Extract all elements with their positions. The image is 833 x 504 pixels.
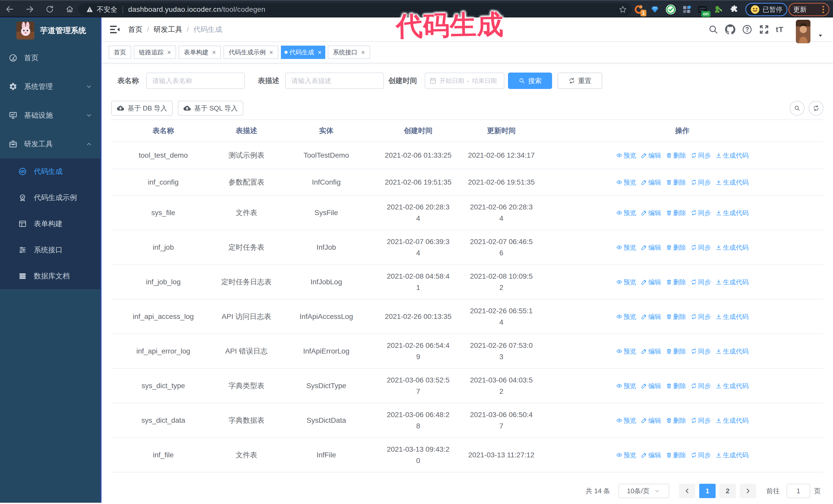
op-generate-link[interactable]: 生成代码 xyxy=(716,207,749,218)
op-preview-link[interactable]: 预览 xyxy=(616,415,636,426)
extension-dark-icon[interactable]: on xyxy=(697,4,708,15)
sidebar-item-system[interactable]: 系统管理 xyxy=(0,72,101,101)
security-chip[interactable]: 不安全 xyxy=(83,5,117,14)
op-delete-link[interactable]: 删除 xyxy=(666,415,686,426)
op-delete-link[interactable]: 删除 xyxy=(666,207,686,218)
fullscreen-button[interactable] xyxy=(759,24,769,34)
op-sync-link[interactable]: 同步 xyxy=(691,150,711,161)
tab-form-builder[interactable]: 表单构建 × xyxy=(178,46,221,59)
sidebar-item-home[interactable]: 首页 xyxy=(0,44,101,72)
tab-close-icon[interactable]: × xyxy=(167,49,171,56)
hamburger-icon[interactable] xyxy=(109,24,120,35)
date-range-input[interactable]: 开始日期 - 结束日期 xyxy=(425,73,504,89)
op-edit-link[interactable]: 编辑 xyxy=(641,242,661,253)
op-preview-link[interactable]: 预览 xyxy=(616,150,636,161)
docs-help-button[interactable] xyxy=(742,24,752,34)
op-generate-link[interactable]: 生成代码 xyxy=(716,345,749,357)
toggle-search-button[interactable] xyxy=(790,101,805,116)
sidebar-subitem-codegen-example[interactable]: 代码生成示例 xyxy=(0,185,101,211)
op-preview-link[interactable]: 预览 xyxy=(616,311,636,322)
import-db-button[interactable]: 基于 DB 导入 xyxy=(111,101,173,116)
op-delete-link[interactable]: 删除 xyxy=(666,177,686,188)
op-generate-link[interactable]: 生成代码 xyxy=(716,415,749,426)
header-search-button[interactable] xyxy=(708,24,718,34)
tab-close-icon[interactable]: × xyxy=(212,49,216,56)
bookmark-star-icon[interactable] xyxy=(618,5,627,14)
op-edit-link[interactable]: 编辑 xyxy=(641,311,661,322)
op-sync-link[interactable]: 同步 xyxy=(691,449,711,461)
op-generate-link[interactable]: 生成代码 xyxy=(716,380,749,391)
url-bar[interactable]: 不安全 dashboard.yudao.iocoder.cn/tool/code… xyxy=(78,3,632,16)
op-delete-link[interactable]: 删除 xyxy=(666,311,686,322)
url-text[interactable]: dashboard.yudao.iocoder.cn/tool/codegen xyxy=(128,5,265,14)
op-sync-link[interactable]: 同步 xyxy=(691,345,711,357)
page-2-button[interactable]: 2 xyxy=(719,484,736,498)
op-generate-link[interactable]: 生成代码 xyxy=(716,311,749,322)
import-sql-button[interactable]: 基于 SQL 导入 xyxy=(178,101,243,116)
op-sync-link[interactable]: 同步 xyxy=(691,242,711,253)
op-preview-link[interactable]: 预览 xyxy=(616,207,636,218)
profile-paused-chip[interactable]: 已暂停 xyxy=(745,3,787,16)
goto-page-input[interactable]: 1 xyxy=(787,484,810,498)
breadcrumb-home[interactable]: 首页 xyxy=(128,25,143,34)
op-preview-link[interactable]: 预览 xyxy=(616,177,636,188)
op-preview-link[interactable]: 预览 xyxy=(616,449,636,461)
page-size-select[interactable]: 10条/页 xyxy=(618,484,669,498)
op-edit-link[interactable]: 编辑 xyxy=(641,380,661,391)
github-button[interactable] xyxy=(725,24,735,34)
op-preview-link[interactable]: 预览 xyxy=(616,277,636,288)
browser-reload-button[interactable] xyxy=(43,2,57,16)
op-delete-link[interactable]: 删除 xyxy=(666,449,686,461)
extension-check-icon[interactable] xyxy=(665,4,676,15)
sidebar-item-infra[interactable]: 基础设施 xyxy=(0,101,101,130)
search-button[interactable]: 搜索 xyxy=(508,73,552,89)
tab-system-api[interactable]: 系统接口 × xyxy=(328,46,370,59)
sidebar-subitem-db-doc[interactable]: 数据库文档 xyxy=(0,263,101,289)
tab-codegen[interactable]: 代码生成 × xyxy=(281,46,325,59)
refresh-table-button[interactable] xyxy=(809,101,824,116)
tab-trace[interactable]: 链路追踪 × xyxy=(134,46,176,59)
op-delete-link[interactable]: 删除 xyxy=(666,277,686,288)
op-edit-link[interactable]: 编辑 xyxy=(641,449,661,461)
op-edit-link[interactable]: 编辑 xyxy=(641,277,661,288)
op-generate-link[interactable]: 生成代码 xyxy=(716,150,749,161)
avatar-caret-down-icon[interactable] xyxy=(818,33,823,39)
op-delete-link[interactable]: 删除 xyxy=(666,150,686,161)
browser-update-button[interactable]: 更新 xyxy=(788,3,829,16)
tab-codegen-example[interactable]: 代码生成示例 × xyxy=(223,46,278,59)
table-name-input[interactable]: 请输入表名称 xyxy=(146,73,245,89)
tab-close-icon[interactable]: × xyxy=(269,49,273,56)
sidebar-logo[interactable]: 芋道管理系统 xyxy=(0,18,101,44)
browser-back-button[interactable] xyxy=(3,2,17,16)
op-sync-link[interactable]: 同步 xyxy=(691,177,711,188)
op-edit-link[interactable]: 编辑 xyxy=(641,150,661,161)
op-preview-link[interactable]: 预览 xyxy=(616,345,636,357)
prev-page-button[interactable] xyxy=(679,484,695,498)
extension-key-icon[interactable] xyxy=(713,4,724,15)
op-edit-link[interactable]: 编辑 xyxy=(641,345,661,357)
sidebar-subitem-codegen[interactable]: 代码生成 xyxy=(0,159,101,185)
op-edit-link[interactable]: 编辑 xyxy=(641,415,661,426)
op-sync-link[interactable]: 同步 xyxy=(691,415,711,426)
op-edit-link[interactable]: 编辑 xyxy=(641,207,661,218)
extensions-puzzle-icon[interactable] xyxy=(729,4,740,15)
op-edit-link[interactable]: 编辑 xyxy=(641,177,661,188)
op-generate-link[interactable]: 生成代码 xyxy=(716,242,749,253)
sidebar-item-devtools[interactable]: 研发工具 xyxy=(0,130,101,159)
next-page-button[interactable] xyxy=(740,484,756,498)
extension-orange-icon[interactable]: 1 xyxy=(634,4,644,15)
browser-home-button[interactable] xyxy=(63,2,77,16)
op-sync-link[interactable]: 同步 xyxy=(691,311,711,322)
reset-button[interactable]: 重置 xyxy=(557,73,602,89)
op-preview-link[interactable]: 预览 xyxy=(616,380,636,391)
op-generate-link[interactable]: 生成代码 xyxy=(716,449,749,461)
op-delete-link[interactable]: 删除 xyxy=(666,242,686,253)
page-1-button[interactable]: 1 xyxy=(699,484,716,498)
tab-close-icon[interactable]: × xyxy=(318,49,322,56)
tab-home[interactable]: 首页 xyxy=(109,46,131,59)
op-sync-link[interactable]: 同步 xyxy=(691,380,711,391)
op-generate-link[interactable]: 生成代码 xyxy=(716,277,749,288)
op-preview-link[interactable]: 预览 xyxy=(616,242,636,253)
extension-gem-icon[interactable] xyxy=(649,4,660,15)
browser-forward-button[interactable] xyxy=(23,2,37,16)
